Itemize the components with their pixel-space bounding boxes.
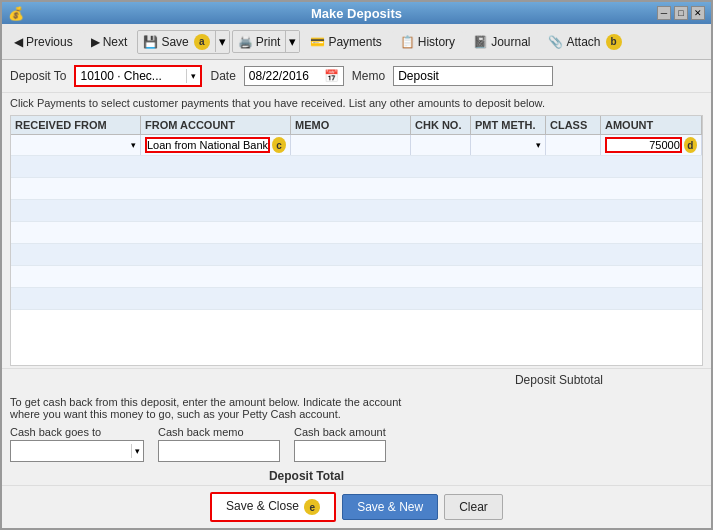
table-row <box>11 266 702 288</box>
chk-no-input[interactable] <box>415 139 466 151</box>
cash-back-amount-field[interactable] <box>294 440 386 462</box>
cash-back-memo-field[interactable] <box>158 440 280 462</box>
table-header: RECEIVED FROM FROM ACCOUNT MEMO CHK NO. … <box>11 116 702 135</box>
memo-input[interactable] <box>393 66 553 86</box>
title-bar-controls: ─ □ ✕ <box>657 6 705 20</box>
header-chk-no: CHK NO. <box>411 116 471 134</box>
deposit-to-label: Deposit To <box>10 69 66 83</box>
cash-back-goes-to-label: Cash back goes to <box>10 426 144 438</box>
header-amount: AMOUNT <box>601 116 702 134</box>
pmt-meth-input[interactable] <box>475 139 536 151</box>
action-row: Save & Close e Save & New Clear <box>2 485 711 528</box>
attach-button[interactable]: 📎 Attach b <box>540 30 629 54</box>
deposit-to-field[interactable]: ▾ <box>74 65 202 87</box>
save-button-group: 💾 Save a ▾ <box>137 30 229 54</box>
save-close-button[interactable]: Save & Close e <box>210 492 336 522</box>
deposit-table: RECEIVED FROM FROM ACCOUNT MEMO CHK NO. … <box>10 115 703 366</box>
title-bar-title: Make Deposits <box>311 6 402 21</box>
previous-button[interactable]: ◀ Previous <box>6 31 81 53</box>
table-row <box>11 244 702 266</box>
history-icon: 📋 <box>400 35 415 49</box>
attach-icon: 📎 <box>548 35 563 49</box>
received-from-input[interactable] <box>15 139 131 151</box>
save-icon: 💾 <box>143 35 158 49</box>
cash-back-memo-label: Cash back memo <box>158 426 280 438</box>
save-button-main[interactable]: 💾 Save a <box>138 31 214 53</box>
save-new-button[interactable]: Save & New <box>342 494 438 520</box>
next-button[interactable]: ▶ Next <box>83 31 136 53</box>
header-received-from: RECEIVED FROM <box>11 116 141 134</box>
cash-back-goes-to-input[interactable] <box>11 441 131 461</box>
cash-back-amount-group: Cash back amount <box>294 426 386 462</box>
cell-pmt-meth[interactable]: ▾ <box>471 135 546 155</box>
table-body: ▾ c ▾ <box>11 135 702 365</box>
header-from-account: FROM ACCOUNT <box>141 116 291 134</box>
table-row: ▾ c ▾ <box>11 135 702 156</box>
table-row <box>11 156 702 178</box>
annotation-a: a <box>194 34 210 50</box>
received-from-dropdown[interactable]: ▾ <box>131 140 136 150</box>
cash-back-memo-group: Cash back memo <box>158 426 280 462</box>
cell-received-from[interactable]: ▾ <box>11 135 141 155</box>
cash-back-instructions: To get cash back from this deposit, ente… <box>10 396 703 420</box>
toolbar: ◀ Previous ▶ Next 💾 Save a ▾ 🖨️ Print ▾ … <box>2 24 711 60</box>
annotation-e: e <box>304 499 320 515</box>
deposit-subtotal-value <box>623 373 703 387</box>
print-icon: 🖨️ <box>238 35 253 49</box>
deposit-subtotal-row: Deposit Subtotal <box>2 368 711 391</box>
cell-class[interactable] <box>546 135 601 155</box>
print-dropdown-button[interactable]: ▾ <box>285 31 299 52</box>
annotation-b: b <box>606 34 622 50</box>
cash-back-goes-to-group: Cash back goes to ▾ <box>10 426 144 462</box>
cash-back-goes-to-field[interactable]: ▾ <box>10 440 144 462</box>
cash-back-goes-to-dropdown[interactable]: ▾ <box>131 444 143 458</box>
amount-input[interactable] <box>605 137 682 153</box>
pmt-meth-dropdown[interactable]: ▾ <box>536 140 541 150</box>
cell-chk-no[interactable] <box>411 135 471 155</box>
instructions-text: Click Payments to select customer paymen… <box>2 93 711 113</box>
table-row <box>11 222 702 244</box>
deposit-total-label: Deposit Total <box>269 469 344 483</box>
cash-back-amount-label: Cash back amount <box>294 426 386 438</box>
cell-amount[interactable]: d <box>601 135 702 155</box>
cash-back-section: To get cash back from this deposit, ente… <box>2 391 711 467</box>
from-account-input[interactable] <box>145 137 270 153</box>
deposit-to-dropdown-icon[interactable]: ▾ <box>186 69 200 83</box>
print-button-main[interactable]: 🖨️ Print <box>233 32 286 52</box>
print-button-group: 🖨️ Print ▾ <box>232 30 301 53</box>
date-label: Date <box>210 69 235 83</box>
deposit-total-row: Deposit Total <box>2 467 711 485</box>
memo-row-input[interactable] <box>295 139 406 151</box>
next-icon: ▶ <box>91 35 100 49</box>
cell-from-account[interactable]: c <box>141 135 291 155</box>
minimize-button[interactable]: ─ <box>657 6 671 20</box>
table-row <box>11 200 702 222</box>
deposit-to-input[interactable] <box>76 67 186 85</box>
calendar-icon[interactable]: 📅 <box>320 67 343 85</box>
window-icon: 💰 <box>8 6 24 21</box>
annotation-d: d <box>684 137 697 153</box>
class-input[interactable] <box>550 139 596 151</box>
history-button[interactable]: 📋 History <box>392 31 463 53</box>
close-button[interactable]: ✕ <box>691 6 705 20</box>
payments-icon: 💳 <box>310 35 325 49</box>
maximize-button[interactable]: □ <box>674 6 688 20</box>
previous-icon: ◀ <box>14 35 23 49</box>
table-row <box>11 178 702 200</box>
date-input[interactable] <box>245 67 320 85</box>
memo-label: Memo <box>352 69 385 83</box>
header-pmt-meth: PMT METH. <box>471 116 546 134</box>
clear-button[interactable]: Clear <box>444 494 503 520</box>
table-row <box>11 288 702 310</box>
annotation-c: c <box>272 137 286 153</box>
date-field[interactable]: 📅 <box>244 66 344 86</box>
cell-memo[interactable] <box>291 135 411 155</box>
header-class: CLASS <box>546 116 601 134</box>
journal-button[interactable]: 📓 Journal <box>465 31 538 53</box>
make-deposits-window: 💰 Make Deposits ─ □ ✕ ◀ Previous ▶ Next … <box>0 0 713 530</box>
header-memo: MEMO <box>291 116 411 134</box>
cash-back-memo-input[interactable] <box>159 441 279 461</box>
payments-button[interactable]: 💳 Payments <box>302 31 389 53</box>
save-dropdown-button[interactable]: ▾ <box>215 31 229 52</box>
cash-back-amount-input[interactable] <box>295 441 375 461</box>
